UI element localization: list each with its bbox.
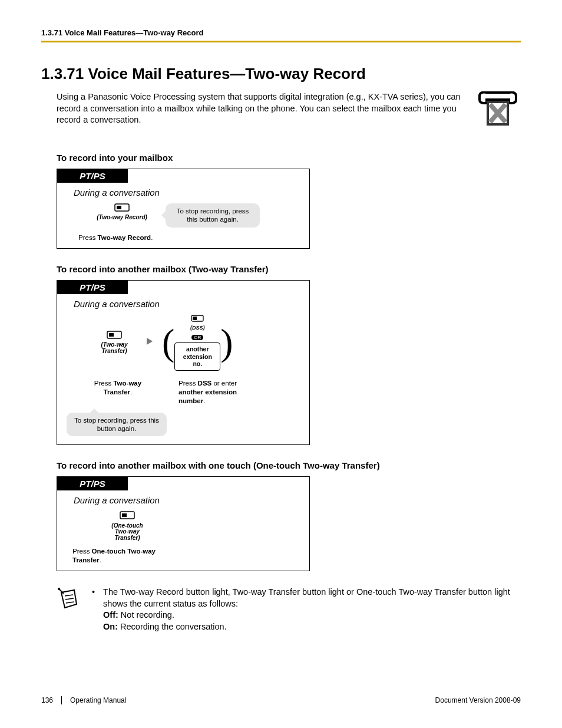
button-label-3: (One-touch Two-way Transfer) xyxy=(107,523,148,542)
or-pill: OR xyxy=(191,335,203,340)
caption-3: Press One-touch Two-way Transfer. xyxy=(72,547,161,565)
ext-no-option: anotherextension no. xyxy=(174,342,220,371)
button-key-icon xyxy=(114,203,130,212)
during-label-3: During a conversation xyxy=(74,495,309,505)
button-key-icon xyxy=(120,511,135,519)
svg-rect-11 xyxy=(122,513,127,517)
dss-option: (DSS) xyxy=(174,315,220,331)
subheading-record-another: To record into another mailbox (Two-way … xyxy=(57,264,521,274)
intro-paragraph: Using a Panasonic Voice Processing syste… xyxy=(57,91,464,126)
procedure-card-2: PT/PS During a conversation (Two-way Tra… xyxy=(57,280,310,446)
svg-rect-4 xyxy=(117,206,121,209)
card-tab-3: PT/PS xyxy=(57,477,128,490)
svg-marker-7 xyxy=(147,338,153,345)
caption-2b: Press DSS or enter another extension num… xyxy=(178,379,261,406)
page-footer: 136 Operating Manual Document Version 20… xyxy=(41,696,521,704)
page-number: 136 xyxy=(41,696,62,704)
subheading-record-your: To record into your mailbox xyxy=(57,153,521,163)
section-title: 1.3.71 Voice Mail Features—Two-way Recor… xyxy=(41,65,521,83)
manual-name: Operating Manual xyxy=(70,696,126,704)
caption-2a: Press Two-way Transfer. xyxy=(85,379,150,397)
button-label-1: (Two-way Record) xyxy=(92,215,151,221)
card-tab-2: PT/PS xyxy=(57,281,128,294)
caption-1: Press Two-way Record. xyxy=(78,233,309,242)
during-label-2: During a conversation xyxy=(74,299,309,309)
during-label-1: During a conversation xyxy=(74,187,309,197)
header-rule xyxy=(41,41,521,42)
button-label-2: (Two-way Transfer) xyxy=(88,342,141,354)
svg-rect-9 xyxy=(193,317,197,320)
svg-point-15 xyxy=(58,588,60,590)
note-icon xyxy=(57,587,81,611)
stop-callout-1: To stop recording, press this button aga… xyxy=(166,203,260,228)
note-text: The Two-way Record button light, Two-way… xyxy=(103,587,510,608)
note-bullet: • The Two-way Record button light, Two-w… xyxy=(92,587,521,633)
button-key-icon xyxy=(107,331,122,339)
subheading-onetouch: To record into another mailbox with one … xyxy=(57,460,521,470)
brace-right-icon: ) xyxy=(220,330,233,356)
procedure-card-1: PT/PS During a conversation (Two-way Rec… xyxy=(57,169,310,249)
phone-x-icon xyxy=(475,91,521,130)
svg-rect-6 xyxy=(109,333,114,337)
running-header: 1.3.71 Voice Mail Features—Two-way Recor… xyxy=(41,28,521,37)
procedure-card-3: PT/PS During a conversation (One-touch T… xyxy=(57,476,310,571)
card-tab-1: PT/PS xyxy=(57,169,128,183)
stop-callout-2: To stop recording, press this button aga… xyxy=(67,413,167,437)
arrow-icon xyxy=(146,337,154,348)
doc-version: Document Version 2008-09 xyxy=(435,696,521,704)
brace-left-icon: ( xyxy=(162,330,174,356)
